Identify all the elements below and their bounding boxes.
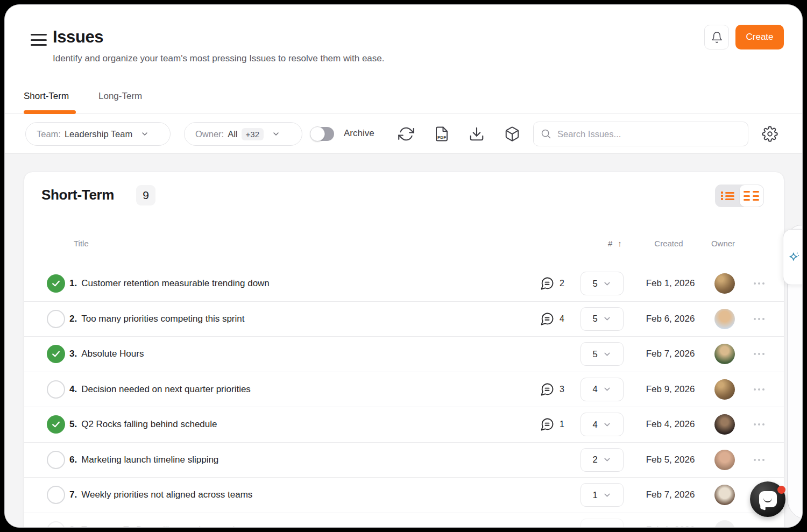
owner-avatar[interactable] bbox=[714, 309, 735, 329]
column-owner: Owner bbox=[704, 239, 742, 248]
owner-avatar[interactable] bbox=[714, 344, 735, 364]
chevron-down-icon bbox=[603, 491, 612, 500]
owner-avatar[interactable] bbox=[714, 450, 735, 470]
team-filter-dropdown[interactable]: Team: Leadership Team bbox=[25, 122, 171, 146]
row-menu-button[interactable] bbox=[748, 318, 770, 320]
complete-checkbox-checked[interactable] bbox=[47, 345, 65, 363]
created-date: Feb 6, 2026 bbox=[634, 314, 706, 324]
issue-row-3[interactable]: 3.Absolute Hours 5 Feb 7, 2026 bbox=[24, 337, 784, 372]
archive-toggle-label: Archive bbox=[344, 128, 374, 139]
export-pdf-icon[interactable]: PDF bbox=[434, 126, 450, 142]
complete-checkbox[interactable] bbox=[47, 486, 65, 504]
issue-row-6[interactable]: 6.Marketing launch timeline slipping 2 F… bbox=[24, 443, 784, 478]
row-menu-button[interactable] bbox=[748, 353, 770, 355]
menu-icon[interactable] bbox=[31, 33, 47, 47]
priority-select[interactable]: 5 bbox=[581, 307, 624, 331]
settings-gear-icon[interactable] bbox=[762, 126, 778, 142]
issue-title[interactable]: 6.Marketing launch timeline slipping bbox=[69, 455, 534, 465]
check-icon bbox=[51, 278, 61, 289]
comment-bubble-icon bbox=[540, 311, 555, 327]
issue-title[interactable]: 8.Too many To-Dos rolling week to week bbox=[69, 525, 534, 528]
created-date: Feb 7, 2026 bbox=[634, 490, 706, 500]
column-number-sort[interactable]: #↑ bbox=[608, 239, 622, 248]
priority-select[interactable]: 1 bbox=[581, 483, 624, 507]
list-view-button[interactable] bbox=[716, 185, 740, 207]
row-menu-button[interactable] bbox=[748, 423, 770, 425]
issue-title[interactable]: 1.Customer retention measurable trending… bbox=[69, 278, 534, 289]
row-menu-button[interactable] bbox=[748, 282, 770, 285]
comments-indicator[interactable]: 1 bbox=[534, 417, 574, 432]
priority-select[interactable]: 4 bbox=[581, 413, 624, 436]
priority-select[interactable]: 4 bbox=[581, 378, 624, 401]
check-icon bbox=[51, 349, 61, 359]
search-input[interactable] bbox=[533, 122, 748, 146]
issues-list-card: Short-Term 9 Title bbox=[24, 172, 784, 528]
chat-notification-dot bbox=[777, 486, 785, 494]
comment-bubble-icon bbox=[540, 417, 555, 432]
ai-assistant-tab[interactable] bbox=[783, 229, 803, 285]
chat-bubble-icon bbox=[759, 491, 777, 507]
issue-row-8[interactable]: 8.Too many To-Dos rolling week to week 1… bbox=[24, 513, 784, 528]
owner-avatar[interactable] bbox=[714, 485, 735, 505]
priority-select[interactable]: 5 bbox=[581, 342, 624, 366]
issue-row-2[interactable]: 2.Too many priorities competing this spr… bbox=[24, 302, 784, 337]
comments-indicator[interactable]: 2 bbox=[534, 276, 574, 291]
issue-row-5[interactable]: 5.Q2 Rocks falling behind schedule 1 4 F… bbox=[24, 407, 784, 443]
created-date: Feb 1, 2026 bbox=[634, 278, 706, 289]
chevron-down-icon bbox=[140, 130, 149, 138]
issue-title[interactable]: 3.Absolute Hours bbox=[69, 349, 534, 359]
create-button[interactable]: Create bbox=[735, 25, 784, 49]
download-icon[interactable] bbox=[469, 126, 485, 142]
complete-checkbox[interactable] bbox=[47, 310, 65, 328]
comments-indicator[interactable]: 3 bbox=[534, 382, 574, 397]
comment-bubble-icon bbox=[540, 276, 555, 291]
complete-checkbox[interactable] bbox=[47, 451, 65, 469]
issue-row-4[interactable]: 4.Decision needed on next quarter priori… bbox=[24, 372, 784, 408]
app-window: Issues Identify and organize your team's… bbox=[4, 4, 803, 528]
page-title: Issues bbox=[53, 27, 103, 47]
issue-title[interactable]: 5.Q2 Rocks falling behind schedule bbox=[69, 419, 534, 430]
tab-bar: Short-Term Long-Term bbox=[5, 88, 802, 114]
tab-long-term[interactable]: Long-Term bbox=[98, 91, 142, 102]
sparkle-icon bbox=[787, 250, 801, 264]
sort-arrow-icon: ↑ bbox=[618, 239, 622, 248]
row-menu-button[interactable] bbox=[748, 388, 770, 391]
column-view-button[interactable] bbox=[740, 185, 764, 207]
issue-count-badge: 9 bbox=[136, 185, 155, 205]
bell-icon bbox=[711, 31, 723, 44]
comments-indicator[interactable]: 4 bbox=[534, 311, 574, 327]
owner-avatar[interactable] bbox=[714, 414, 735, 435]
complete-checkbox-checked[interactable] bbox=[47, 274, 65, 293]
page-subtitle: Identify and organize your team's most p… bbox=[53, 53, 385, 64]
priority-select[interactable]: 2 bbox=[581, 448, 624, 472]
owner-avatar[interactable] bbox=[714, 520, 735, 528]
owner-filter-dropdown[interactable]: Owner: All +32 bbox=[184, 122, 302, 146]
owner-avatar[interactable] bbox=[714, 273, 735, 294]
complete-checkbox[interactable] bbox=[47, 521, 65, 528]
issue-title[interactable]: 2.Too many priorities competing this spr… bbox=[69, 314, 534, 324]
list-title: Short-Term bbox=[41, 187, 114, 203]
priority-select[interactable]: 5 bbox=[581, 272, 624, 295]
archive-toggle[interactable] bbox=[310, 127, 334, 141]
issue-row-7[interactable]: 7.Weekly priorities not aligned across t… bbox=[24, 478, 784, 513]
complete-checkbox[interactable] bbox=[47, 380, 65, 399]
table-header: Title #↑ Created Owner bbox=[24, 236, 784, 257]
complete-checkbox-checked[interactable] bbox=[47, 415, 65, 434]
package-icon[interactable] bbox=[504, 126, 520, 142]
chevron-down-icon bbox=[603, 420, 612, 429]
chevron-down-icon bbox=[603, 350, 612, 359]
issue-title[interactable]: 7.Weekly priorities not aligned across t… bbox=[69, 490, 534, 500]
chevron-down-icon bbox=[603, 526, 612, 528]
tab-short-term[interactable]: Short-Term bbox=[24, 91, 69, 102]
list-view-icon bbox=[721, 190, 734, 202]
issue-row-1[interactable]: 1.Customer retention measurable trending… bbox=[24, 266, 784, 302]
priority-select[interactable]: 1 bbox=[581, 519, 624, 528]
refresh-icon[interactable] bbox=[398, 126, 414, 142]
notifications-button[interactable] bbox=[704, 25, 729, 49]
owner-avatar[interactable] bbox=[714, 379, 735, 400]
search-field-wrap bbox=[533, 122, 748, 146]
issue-title[interactable]: 4.Decision needed on next quarter priori… bbox=[69, 384, 534, 395]
created-date: Feb 5, 2026 bbox=[634, 455, 706, 465]
row-menu-button[interactable] bbox=[748, 459, 770, 461]
chevron-down-icon bbox=[272, 130, 280, 138]
